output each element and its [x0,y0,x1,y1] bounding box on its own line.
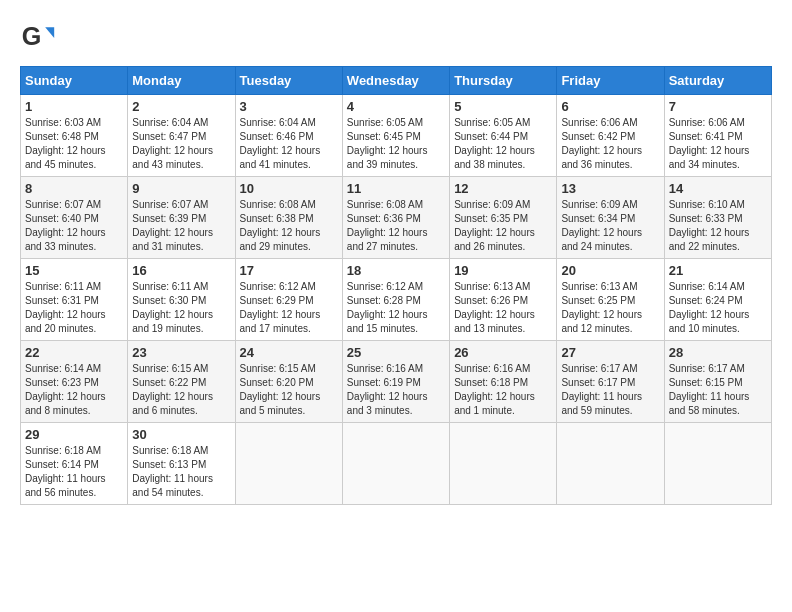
calendar-cell: 5Sunrise: 6:05 AMSunset: 6:44 PMDaylight… [450,95,557,177]
day-number: 7 [669,99,767,114]
day-info: Sunrise: 6:16 AMSunset: 6:18 PMDaylight:… [454,362,552,418]
day-number: 30 [132,427,230,442]
day-number: 17 [240,263,338,278]
calendar-week-5: 29Sunrise: 6:18 AMSunset: 6:14 PMDayligh… [21,423,772,505]
calendar-cell: 26Sunrise: 6:16 AMSunset: 6:18 PMDayligh… [450,341,557,423]
day-header-tuesday: Tuesday [235,67,342,95]
calendar-cell: 1Sunrise: 6:03 AMSunset: 6:48 PMDaylight… [21,95,128,177]
calendar-cell: 25Sunrise: 6:16 AMSunset: 6:19 PMDayligh… [342,341,449,423]
day-info: Sunrise: 6:15 AMSunset: 6:22 PMDaylight:… [132,362,230,418]
day-number: 22 [25,345,123,360]
day-number: 25 [347,345,445,360]
calendar-cell [664,423,771,505]
calendar-cell: 10Sunrise: 6:08 AMSunset: 6:38 PMDayligh… [235,177,342,259]
calendar-cell: 22Sunrise: 6:14 AMSunset: 6:23 PMDayligh… [21,341,128,423]
calendar-cell: 3Sunrise: 6:04 AMSunset: 6:46 PMDaylight… [235,95,342,177]
page-header: G [20,20,772,56]
day-number: 27 [561,345,659,360]
svg-text:G: G [22,22,42,50]
day-info: Sunrise: 6:16 AMSunset: 6:19 PMDaylight:… [347,362,445,418]
day-number: 1 [25,99,123,114]
calendar-cell [557,423,664,505]
calendar-week-2: 8Sunrise: 6:07 AMSunset: 6:40 PMDaylight… [21,177,772,259]
calendar-header: SundayMondayTuesdayWednesdayThursdayFrid… [21,67,772,95]
day-info: Sunrise: 6:18 AMSunset: 6:14 PMDaylight:… [25,444,123,500]
day-info: Sunrise: 6:09 AMSunset: 6:34 PMDaylight:… [561,198,659,254]
calendar-cell: 14Sunrise: 6:10 AMSunset: 6:33 PMDayligh… [664,177,771,259]
calendar-cell: 24Sunrise: 6:15 AMSunset: 6:20 PMDayligh… [235,341,342,423]
calendar-cell: 17Sunrise: 6:12 AMSunset: 6:29 PMDayligh… [235,259,342,341]
day-number: 28 [669,345,767,360]
day-info: Sunrise: 6:04 AMSunset: 6:47 PMDaylight:… [132,116,230,172]
day-info: Sunrise: 6:11 AMSunset: 6:31 PMDaylight:… [25,280,123,336]
day-info: Sunrise: 6:14 AMSunset: 6:24 PMDaylight:… [669,280,767,336]
day-number: 29 [25,427,123,442]
logo: G [20,20,60,56]
day-header-thursday: Thursday [450,67,557,95]
calendar-cell: 19Sunrise: 6:13 AMSunset: 6:26 PMDayligh… [450,259,557,341]
day-info: Sunrise: 6:17 AMSunset: 6:17 PMDaylight:… [561,362,659,418]
calendar-cell: 15Sunrise: 6:11 AMSunset: 6:31 PMDayligh… [21,259,128,341]
day-number: 15 [25,263,123,278]
day-number: 26 [454,345,552,360]
day-info: Sunrise: 6:04 AMSunset: 6:46 PMDaylight:… [240,116,338,172]
day-info: Sunrise: 6:05 AMSunset: 6:44 PMDaylight:… [454,116,552,172]
calendar-cell: 2Sunrise: 6:04 AMSunset: 6:47 PMDaylight… [128,95,235,177]
calendar-cell: 30Sunrise: 6:18 AMSunset: 6:13 PMDayligh… [128,423,235,505]
day-info: Sunrise: 6:13 AMSunset: 6:25 PMDaylight:… [561,280,659,336]
day-header-friday: Friday [557,67,664,95]
calendar-week-4: 22Sunrise: 6:14 AMSunset: 6:23 PMDayligh… [21,341,772,423]
calendar: SundayMondayTuesdayWednesdayThursdayFrid… [20,66,772,505]
day-header-wednesday: Wednesday [342,67,449,95]
day-number: 10 [240,181,338,196]
calendar-cell: 12Sunrise: 6:09 AMSunset: 6:35 PMDayligh… [450,177,557,259]
day-info: Sunrise: 6:11 AMSunset: 6:30 PMDaylight:… [132,280,230,336]
day-info: Sunrise: 6:03 AMSunset: 6:48 PMDaylight:… [25,116,123,172]
day-number: 18 [347,263,445,278]
day-info: Sunrise: 6:06 AMSunset: 6:41 PMDaylight:… [669,116,767,172]
day-info: Sunrise: 6:08 AMSunset: 6:38 PMDaylight:… [240,198,338,254]
calendar-cell: 29Sunrise: 6:18 AMSunset: 6:14 PMDayligh… [21,423,128,505]
logo-icon: G [20,20,56,56]
calendar-week-3: 15Sunrise: 6:11 AMSunset: 6:31 PMDayligh… [21,259,772,341]
day-number: 3 [240,99,338,114]
day-info: Sunrise: 6:12 AMSunset: 6:29 PMDaylight:… [240,280,338,336]
day-number: 6 [561,99,659,114]
day-info: Sunrise: 6:09 AMSunset: 6:35 PMDaylight:… [454,198,552,254]
calendar-cell [342,423,449,505]
day-info: Sunrise: 6:18 AMSunset: 6:13 PMDaylight:… [132,444,230,500]
day-number: 20 [561,263,659,278]
day-info: Sunrise: 6:14 AMSunset: 6:23 PMDaylight:… [25,362,123,418]
day-number: 13 [561,181,659,196]
day-info: Sunrise: 6:07 AMSunset: 6:39 PMDaylight:… [132,198,230,254]
calendar-cell: 27Sunrise: 6:17 AMSunset: 6:17 PMDayligh… [557,341,664,423]
calendar-cell: 11Sunrise: 6:08 AMSunset: 6:36 PMDayligh… [342,177,449,259]
day-number: 16 [132,263,230,278]
day-header-monday: Monday [128,67,235,95]
calendar-cell [235,423,342,505]
calendar-cell: 4Sunrise: 6:05 AMSunset: 6:45 PMDaylight… [342,95,449,177]
calendar-cell: 23Sunrise: 6:15 AMSunset: 6:22 PMDayligh… [128,341,235,423]
calendar-cell [450,423,557,505]
day-number: 14 [669,181,767,196]
day-header-sunday: Sunday [21,67,128,95]
day-info: Sunrise: 6:12 AMSunset: 6:28 PMDaylight:… [347,280,445,336]
day-info: Sunrise: 6:17 AMSunset: 6:15 PMDaylight:… [669,362,767,418]
day-number: 11 [347,181,445,196]
calendar-cell: 9Sunrise: 6:07 AMSunset: 6:39 PMDaylight… [128,177,235,259]
day-number: 4 [347,99,445,114]
calendar-cell: 8Sunrise: 6:07 AMSunset: 6:40 PMDaylight… [21,177,128,259]
svg-marker-1 [45,27,54,38]
day-info: Sunrise: 6:05 AMSunset: 6:45 PMDaylight:… [347,116,445,172]
day-number: 24 [240,345,338,360]
calendar-cell: 21Sunrise: 6:14 AMSunset: 6:24 PMDayligh… [664,259,771,341]
calendar-cell: 7Sunrise: 6:06 AMSunset: 6:41 PMDaylight… [664,95,771,177]
calendar-cell: 16Sunrise: 6:11 AMSunset: 6:30 PMDayligh… [128,259,235,341]
calendar-week-1: 1Sunrise: 6:03 AMSunset: 6:48 PMDaylight… [21,95,772,177]
day-number: 2 [132,99,230,114]
day-number: 19 [454,263,552,278]
day-number: 8 [25,181,123,196]
day-info: Sunrise: 6:06 AMSunset: 6:42 PMDaylight:… [561,116,659,172]
day-number: 12 [454,181,552,196]
day-info: Sunrise: 6:08 AMSunset: 6:36 PMDaylight:… [347,198,445,254]
